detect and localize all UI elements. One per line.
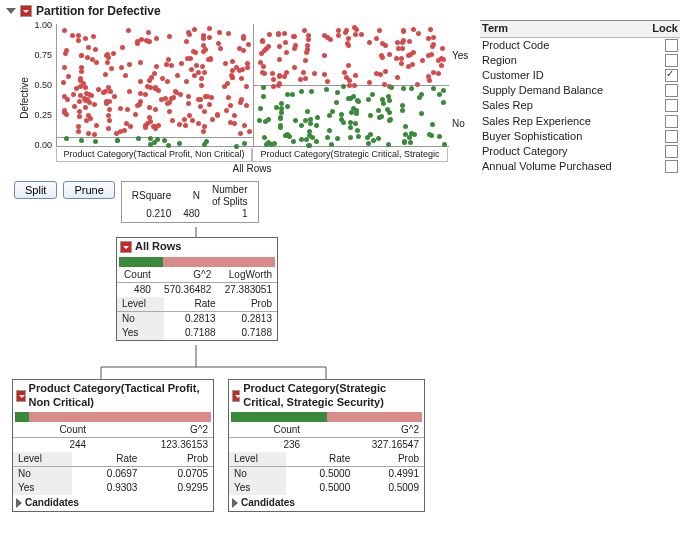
- terms-header: Term Lock: [480, 21, 680, 37]
- data-point: [201, 36, 206, 41]
- data-point: [120, 45, 125, 50]
- data-point: [224, 108, 229, 113]
- data-point: [246, 42, 251, 47]
- fit-stats: RSquare N Number of Splits 0.210 480 1: [121, 181, 259, 223]
- data-point: [293, 118, 298, 123]
- lock-checkbox[interactable]: [665, 39, 678, 52]
- data-point: [203, 94, 208, 99]
- data-point: [301, 70, 306, 75]
- data-point: [353, 32, 358, 37]
- split-button[interactable]: Split: [14, 181, 57, 199]
- data-point: [394, 56, 399, 61]
- prune-button[interactable]: Prune: [63, 181, 114, 199]
- data-point: [429, 52, 434, 57]
- hotspot-icon[interactable]: [232, 390, 240, 402]
- lock-checkbox[interactable]: [665, 54, 678, 67]
- data-point: [282, 31, 287, 36]
- data-point: [431, 35, 436, 40]
- data-point: [107, 118, 112, 123]
- data-point: [86, 45, 91, 50]
- lock-checkbox[interactable]: [665, 115, 678, 128]
- data-point: [407, 39, 412, 44]
- partition-plot: Defective 0.00 0.25 0.50 0.75 1.00 Yes N…: [6, 20, 466, 175]
- data-point: [179, 61, 184, 66]
- candidates-toggle[interactable]: Candidates: [13, 495, 213, 511]
- data-point: [151, 124, 156, 129]
- data-point: [377, 28, 382, 33]
- data-point: [62, 65, 67, 70]
- data-point: [192, 73, 197, 78]
- data-point: [347, 78, 352, 83]
- data-point: [94, 123, 99, 128]
- data-point: [406, 53, 411, 58]
- panel-title: Partition for Defective: [36, 4, 161, 18]
- data-point: [406, 64, 411, 69]
- data-point: [207, 35, 212, 40]
- data-point: [247, 129, 252, 134]
- data-point: [352, 83, 357, 88]
- data-point: [108, 89, 113, 94]
- data-point: [72, 104, 77, 109]
- data-point: [439, 63, 444, 68]
- data-point: [277, 44, 282, 49]
- data-point: [299, 123, 304, 128]
- x-axis-label: All Rows: [56, 163, 448, 175]
- data-point: [303, 76, 308, 81]
- disclosure-icon[interactable]: [6, 8, 16, 14]
- data-point: [378, 72, 383, 77]
- data-point: [78, 84, 83, 89]
- data-point: [107, 107, 112, 112]
- data-point: [420, 58, 425, 63]
- hotspot-icon[interactable]: [16, 390, 26, 402]
- hotspot-icon[interactable]: [120, 241, 132, 253]
- lock-checkbox[interactable]: [665, 84, 678, 97]
- data-point: [138, 91, 143, 96]
- term-row: Supply Demand Balance: [480, 83, 680, 98]
- data-point: [210, 117, 215, 122]
- hotspot-icon[interactable]: [20, 5, 32, 17]
- data-point: [109, 66, 114, 71]
- data-point: [264, 46, 269, 51]
- data-point: [277, 81, 282, 86]
- data-point: [402, 140, 407, 145]
- rate-bar: [119, 257, 275, 267]
- data-point: [143, 92, 148, 97]
- node-left[interactable]: Product Category(Tactical Profit, Non Cr…: [12, 379, 214, 511]
- data-point: [182, 117, 187, 122]
- data-point: [322, 53, 327, 58]
- data-point: [429, 133, 434, 138]
- lock-checkbox[interactable]: [665, 145, 678, 158]
- data-point: [305, 43, 310, 48]
- data-point: [298, 77, 303, 82]
- data-point: [125, 107, 130, 112]
- data-point: [428, 27, 433, 32]
- data-point: [94, 60, 99, 65]
- data-point: [128, 124, 133, 129]
- data-point: [260, 38, 265, 43]
- data-point: [335, 136, 340, 141]
- data-point: [203, 47, 208, 52]
- lock-checkbox[interactable]: [665, 160, 678, 173]
- node-right[interactable]: Product Category(Strategic Critical, Str…: [228, 379, 425, 511]
- data-point: [186, 94, 191, 99]
- data-point: [271, 77, 276, 82]
- data-point: [62, 94, 67, 99]
- term-name: Product Category: [480, 144, 644, 159]
- data-point: [259, 51, 264, 56]
- data-point: [93, 47, 98, 52]
- lock-checkbox[interactable]: [665, 99, 678, 112]
- data-point: [355, 128, 360, 133]
- lock-checkbox[interactable]: [665, 130, 678, 143]
- data-point: [426, 74, 431, 79]
- node-root[interactable]: All Rows CountG^2LogWorth 480570.3648227…: [116, 237, 278, 340]
- data-point: [307, 129, 312, 134]
- data-point: [336, 28, 341, 33]
- data-point: [291, 139, 296, 144]
- lock-checkbox[interactable]: [665, 69, 678, 82]
- data-point: [149, 75, 154, 80]
- candidates-toggle[interactable]: Candidates: [229, 495, 424, 511]
- data-point: [83, 36, 88, 41]
- data-point: [114, 131, 119, 136]
- term-row: Buyer Sophistication: [480, 129, 680, 144]
- data-point: [204, 139, 209, 144]
